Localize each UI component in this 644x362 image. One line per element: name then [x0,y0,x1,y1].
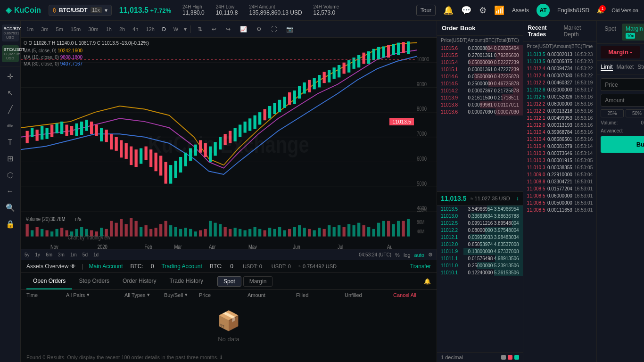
col-types[interactable]: All Types ▾ [124,292,162,298]
measure-tool[interactable]: ⊞ [5,152,15,165]
tf-4h[interactable]: 4h [131,25,140,33]
zoom-5d[interactable]: 5d [83,252,88,257]
zoom-3m[interactable]: 3m [58,252,65,257]
avatar[interactable]: AT [537,4,550,17]
bell-nav-icon[interactable]: 🔔 [443,5,454,16]
crosshair-tool[interactable]: ✛ [5,70,15,83]
buy-price-input[interactable] [605,82,644,88]
trading-account-label[interactable]: Trading Account [162,263,202,270]
zoom-1y[interactable]: 1y [35,252,41,257]
sidebar-pair-btc[interactable]: BTC/USDT 11,027.35 USD [2,45,19,62]
ob-ask-row[interactable]: 11013.90.216115000.21718511 [437,94,523,101]
ob-ask-row[interactable]: 11013.60.000070300.00007030 [437,108,523,115]
ob-ask-row[interactable]: 11015.40.050000000.52227239 [437,59,523,66]
tf-D[interactable]: D [160,25,168,33]
col-cancel[interactable]: Cancel All [393,292,431,298]
old-version-link[interactable]: Old Version [611,8,638,13]
tab-stop-orders[interactable]: Stop Orders [72,273,116,289]
settings-icon[interactable]: ⚙ [479,5,487,16]
ob-bid-row[interactable]: 11011.00.250000005.23913506 [437,262,523,269]
subtab-stop-limit[interactable]: Stop Limit ▾ [637,64,644,71]
zoom-1m[interactable]: 1m [70,252,77,257]
col-buysell[interactable]: Buy/Sell ▾ [164,292,197,298]
col-pairs[interactable]: All Pairs ▾ [66,292,123,298]
ob-bid-row[interactable]: 11012.20.080000003.97548004 [437,227,523,234]
tf-dropdown[interactable]: ▾ [184,26,187,33]
tf-W[interactable]: W [172,25,180,33]
tf-12h[interactable]: 12h [144,25,156,33]
ob-bid-row[interactable]: 11011.90.138000004.97337008 [437,248,523,255]
subtab-limit[interactable]: Limit [601,64,612,71]
eye-icon[interactable]: 👁 [70,263,76,270]
ob-bid-row[interactable]: 11011.10.015764984.98913506 [437,255,523,262]
language-selector[interactable]: English/USD [557,7,589,14]
ob-bid-row[interactable]: 11012.10.009350333.98483034 [437,234,523,241]
pair-selector[interactable]: ₿ BTC/USDT 10x ▾ [49,5,112,16]
tab-margin[interactable]: Margin 10x [622,24,644,41]
orders-bell-icon[interactable]: 🔔 [424,278,431,285]
ob-ask-row[interactable]: 11014.20.000073670.21725878 [437,87,523,94]
main-account-label[interactable]: Main Account [89,263,123,270]
ob-bid-row[interactable]: 11012.00.850539744.83537008 [437,241,523,248]
ob-ask-row[interactable]: 11015.10.000013610.47227239 [437,66,523,73]
type-tab-margin[interactable]: Margin [243,276,273,287]
ob-bid-row[interactable]: 11013.00.336698343.88636788 [437,213,523,220]
ob-bid-row[interactable]: 11012.50.099112163.89548004 [437,220,523,227]
tab-recent-trades[interactable]: Recent Trades [528,25,560,38]
buy-button[interactable]: Buy BTC [601,136,644,153]
log-toggle[interactable]: log [404,252,411,258]
tf-15m[interactable]: 15m [69,25,83,33]
tf-1h[interactable]: 1h [104,25,114,33]
tf-30m[interactable]: 30m [86,25,100,33]
ob-view-1[interactable] [501,355,506,360]
subtab-market[interactable]: Market [617,64,634,71]
sidebar-pair-bcd[interactable]: BCD/BTC 0.867931 USD [2,25,19,41]
compare-icon[interactable]: ⇅ [195,25,205,33]
tab-open-orders[interactable]: Open Orders [26,273,72,289]
redo-icon[interactable]: ↪ [223,25,233,33]
buy-amount-input[interactable] [605,97,644,104]
ob-view-3[interactable] [514,355,519,360]
cursor-tool[interactable]: ↖ [5,87,15,99]
tab-market-depth[interactable]: Market Depth [564,25,592,38]
tab-trade-history[interactable]: Trade History [163,273,210,289]
pct-toggle[interactable]: % [395,252,400,258]
ob-ask-row[interactable]: 11014.50.250000000.46725878 [437,80,523,87]
chat-icon[interactable]: 💬 [461,5,471,16]
lock-tool[interactable]: 🔒 [4,218,17,230]
auto-toggle[interactable]: auto [414,252,424,258]
ob-bid-row[interactable]: 11010.10.122400005.36153506 [437,269,523,276]
screenshot-icon[interactable]: 📷 [283,25,296,33]
chart-style-icon[interactable]: 📈 [237,25,250,33]
tf-5m[interactable]: 5m [54,25,65,33]
ob-ask-row[interactable]: 11014.60.005000000.47225878 [437,73,523,80]
draw-tool[interactable]: ✏ [5,120,15,132]
shape-tool[interactable]: ⬡ [5,169,16,181]
ob-ask-row[interactable]: 11013.80.000999810.00107011 [437,101,523,108]
tab-order-history[interactable]: Order History [116,273,163,289]
tour-button[interactable]: Tour [416,5,436,16]
type-tab-spot[interactable]: Spot [217,276,241,287]
magnet-tool[interactable]: ← [5,185,16,197]
undo-icon[interactable]: ↩ [209,25,219,33]
ob-view-2[interactable] [508,355,512,360]
ob-bid-row[interactable]: 11013.53.549669543.54966954 [437,206,523,213]
notification-bell[interactable]: 🔔1 [597,7,604,14]
zoom-tool[interactable]: 🔍 [4,201,17,214]
buy-pct-25[interactable]: 25% [601,109,623,117]
transfer-button[interactable]: Transfer [410,263,431,270]
zoom-6m[interactable]: 6m [46,252,52,257]
line-tool[interactable]: ╱ [6,103,15,116]
ob-ask-row[interactable]: 11015.50.270013610.79286600 [437,52,523,59]
chart-settings-icon[interactable]: ⚙ [428,252,433,258]
wifi-icon[interactable]: 📶 [494,5,504,16]
ob-ask-row[interactable]: 11015.60.000088040.00825404 [437,45,523,52]
zoom-5y[interactable]: 5y [25,252,30,257]
fullscreen-icon[interactable]: ⛶ [268,25,280,33]
assets-button[interactable]: Assets [512,7,529,14]
info-icon[interactable]: ℹ [220,354,222,360]
indicators-icon[interactable]: ⚙ [254,25,264,33]
tf-2h[interactable]: 2h [117,25,127,33]
tf-1m[interactable]: 1m [25,25,35,33]
zoom-1d[interactable]: 1d [93,252,99,257]
